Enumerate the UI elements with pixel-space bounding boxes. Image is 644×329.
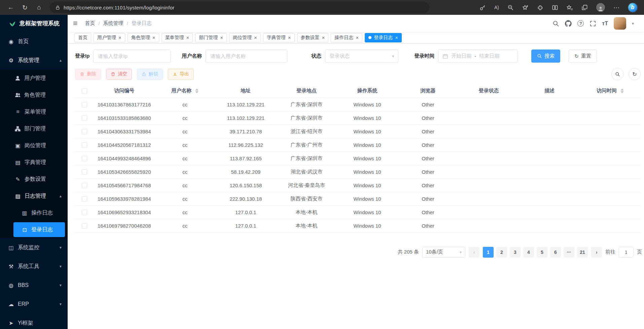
sidebar-item-home[interactable]: ◉ 首页 <box>0 32 68 51</box>
github-icon[interactable] <box>565 20 572 27</box>
active-menu-pill[interactable]: ⊡ 登录日志 <box>13 222 65 237</box>
tab-close-icon[interactable]: × <box>254 35 257 40</box>
tab-用户管理[interactable]: 用户管理× <box>94 33 125 42</box>
row-checkbox[interactable] <box>82 129 87 134</box>
pager-page-2[interactable]: 2 <box>496 247 507 258</box>
tab-首页[interactable]: 首页 <box>74 33 91 42</box>
export-button[interactable]: 导出 <box>168 69 194 80</box>
pager-page-6[interactable]: 6 <box>550 247 561 258</box>
tab-操作日志[interactable]: 操作日志× <box>331 33 362 42</box>
tab-close-icon[interactable]: × <box>288 35 291 40</box>
split-screen-icon[interactable] <box>552 4 558 11</box>
search-icon[interactable] <box>552 20 559 27</box>
row-checkbox[interactable] <box>82 116 87 121</box>
fullscreen-icon[interactable] <box>589 20 596 27</box>
row-checkbox[interactable] <box>82 102 87 107</box>
sidebar-item-dept-management[interactable]: 部门管理 <box>0 120 68 137</box>
select-all-checkbox[interactable] <box>82 89 87 94</box>
username-input[interactable] <box>206 50 287 63</box>
pager-prev-button[interactable]: ‹ <box>469 247 479 258</box>
sidebar-item-system-tools[interactable]: ⚒ 系统工具 ▾ <box>0 257 68 276</box>
sidebar-item-menu-management[interactable]: ≡ 菜单管理 <box>0 103 68 120</box>
tab-岗位管理[interactable]: 岗位管理× <box>229 33 261 42</box>
collections-icon[interactable] <box>581 4 588 11</box>
zoom-icon[interactable] <box>507 4 514 11</box>
unlock-button[interactable]: 解锁 <box>137 69 163 80</box>
row-checkbox[interactable] <box>82 183 87 188</box>
jump-page-input[interactable] <box>619 247 634 258</box>
browser-refresh-button[interactable]: ↻ <box>19 2 31 13</box>
help-icon[interactable]: ? <box>577 20 584 27</box>
tab-close-icon[interactable]: × <box>322 35 325 40</box>
sort-icons[interactable] <box>195 89 199 93</box>
sidebar-item-dict-management[interactable]: ▤ 字典管理 <box>0 154 68 171</box>
tab-close-icon[interactable]: × <box>118 35 121 40</box>
extensions-icon[interactable] <box>537 4 543 11</box>
browser-back-button[interactable]: ← <box>5 2 17 13</box>
copilot-bing-icon[interactable]: b <box>628 3 637 12</box>
toggle-search-button[interactable] <box>611 68 623 80</box>
row-checkbox[interactable] <box>82 223 87 229</box>
browser-home-button[interactable]: ⌂ <box>33 2 45 13</box>
tab-菜单管理[interactable]: 菜单管理× <box>162 33 193 42</box>
favorites-add-icon[interactable] <box>522 4 529 11</box>
pager-page-3[interactable]: 3 <box>510 247 521 258</box>
delete-button[interactable]: 删除 <box>75 69 101 80</box>
pager-page-5[interactable]: 5 <box>537 247 547 258</box>
pager-ellipsis[interactable]: ••• <box>564 247 574 258</box>
column-header-time[interactable]: 访问时间 <box>580 84 641 98</box>
login-ip-input[interactable] <box>93 50 171 63</box>
sidebar-item-system-monitor[interactable]: ◫ 系统监控 ▾ <box>0 238 68 257</box>
sidebar-item-operation-log[interactable]: ▥ 操作日志 <box>0 204 68 221</box>
sidebar-item-log-management[interactable]: ▨ 日志管理 ▴ <box>0 188 68 204</box>
tab-登录日志[interactable]: 登录日志× <box>365 33 402 42</box>
row-checkbox[interactable] <box>82 156 87 161</box>
breadcrumb-home[interactable]: 首页 <box>85 20 95 27</box>
row-checkbox[interactable] <box>82 210 87 215</box>
sort-icons[interactable] <box>620 89 624 93</box>
sidebar-item-erp[interactable]: ☁ ERP ▾ <box>0 295 68 314</box>
read-aloud-icon[interactable]: A) <box>494 5 499 10</box>
row-checkbox[interactable] <box>82 142 87 148</box>
sidebar-item-param-settings[interactable]: ✎ 参数设置 <box>0 171 68 188</box>
user-avatar[interactable] <box>614 17 626 30</box>
pager-next-button[interactable]: › <box>591 247 602 258</box>
password-key-icon[interactable] <box>479 4 486 11</box>
sidebar-toggle-button[interactable]: ≡ <box>73 19 77 28</box>
tab-部门管理[interactable]: 部门管理× <box>195 33 227 42</box>
column-header-username[interactable]: 用户名称 <box>155 84 216 98</box>
tab-参数设置[interactable]: 参数设置× <box>297 33 329 42</box>
status-select[interactable]: 登录状态 ▾ <box>325 50 398 63</box>
browser-profile-avatar[interactable] <box>596 3 605 12</box>
tab-close-icon[interactable]: × <box>186 35 189 40</box>
tab-close-icon[interactable]: × <box>152 35 155 40</box>
reset-button[interactable]: ↻ 重置 <box>569 50 597 63</box>
tab-角色管理[interactable]: 角色管理× <box>128 33 159 42</box>
pager-page-4[interactable]: 4 <box>523 247 534 258</box>
tab-close-icon[interactable]: × <box>395 35 398 40</box>
sidebar-item-bbs[interactable]: ◍ BBS ▾ <box>0 276 68 295</box>
sidebar-item-role-management[interactable]: 角色管理 <box>0 87 68 103</box>
tab-close-icon[interactable]: × <box>356 35 359 40</box>
browser-settings-icon[interactable]: ⋯ <box>613 4 620 11</box>
row-checkbox[interactable] <box>82 169 87 175</box>
tab-close-icon[interactable]: × <box>220 35 223 40</box>
sidebar-item-system-management[interactable]: ⚙ 系统管理 ▴ <box>0 51 68 70</box>
favorites-bar-icon[interactable] <box>567 4 573 11</box>
date-range-picker[interactable]: 开始日期 - 结束日期 <box>438 50 517 63</box>
search-button[interactable]: 搜索 <box>531 50 560 63</box>
row-checkbox[interactable] <box>82 196 87 202</box>
address-bar[interactable]: https://ccnetcore.com:1101/system/log/lo… <box>50 2 429 13</box>
tab-字典管理[interactable]: 字典管理× <box>263 33 295 42</box>
breadcrumb-system-management[interactable]: 系统管理 <box>103 20 123 27</box>
pager-page-1[interactable]: 1 <box>483 247 494 258</box>
font-size-icon[interactable]: тT <box>602 21 608 27</box>
sidebar-item-user-management[interactable]: 用户管理 <box>0 70 68 87</box>
refresh-table-button[interactable]: ↻ <box>629 68 641 80</box>
pager-page-21[interactable]: 21 <box>577 247 588 258</box>
clear-button[interactable]: 清空 <box>106 69 132 80</box>
page-size-select[interactable]: 10条/页 ▾ <box>422 247 465 258</box>
sidebar-item-yi-framework[interactable]: ➤ Yi框架 <box>0 314 68 329</box>
sidebar-item-login-log[interactable]: ⊡ 登录日志 <box>0 221 68 238</box>
sidebar-item-post-management[interactable]: ▣ 岗位管理 <box>0 137 68 154</box>
